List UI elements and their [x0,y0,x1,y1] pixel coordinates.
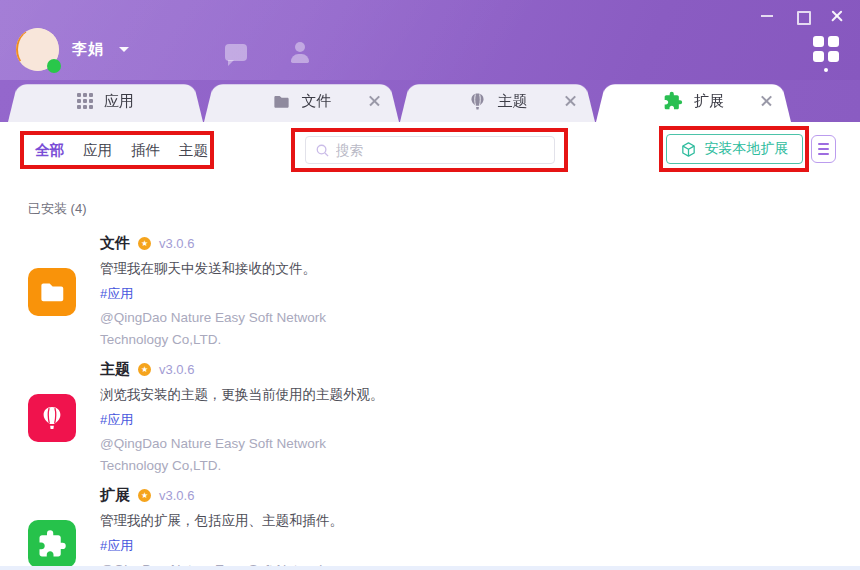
extension-item-extensions[interactable]: 扩展 ★ v3.0.6 管理我的扩展，包括应用、主题和插件。 #应用 @Qing… [28,486,832,570]
app-window: 李娟 应用 文件 [0,0,860,570]
extension-tag-link[interactable]: #应用 [100,285,380,303]
close-icon[interactable] [830,9,844,23]
tab-label: 文件 [302,92,332,111]
extensions-list: 文件 ★ v3.0.6 管理我在聊天中发送和接收的文件。 #应用 @QingDa… [28,234,832,570]
avatar[interactable] [16,28,59,71]
user-info[interactable]: 李娟 [16,28,129,71]
extension-name: 扩展 [100,486,130,505]
puzzle-icon [663,91,683,111]
extension-item-files[interactable]: 文件 ★ v3.0.6 管理我在聊天中发送和接收的文件。 #应用 @QingDa… [28,234,832,350]
extension-name: 主题 [100,360,130,379]
extensions-toolbar: 全部 应用 插件 主题 安装本地扩展 [0,122,860,180]
filter-all[interactable]: 全部 [35,141,64,160]
tab-close-icon[interactable] [564,94,577,107]
grid-dots-icon [77,93,93,109]
verified-badge-icon: ★ [138,237,151,250]
window-controls [760,9,844,23]
filter-themes[interactable]: 主题 [179,141,208,160]
install-button-label: 安装本地扩展 [705,140,789,158]
tab-apps[interactable]: 应用 [8,80,203,122]
verified-badge-icon: ★ [138,489,151,502]
user-name: 李娟 [72,40,104,59]
apps-grid-icon[interactable] [813,36,839,62]
extension-description: 浏览我安装的主题，更换当前使用的主题外观。 [100,386,384,404]
search-icon [315,143,330,158]
tab-label: 主题 [498,92,528,111]
titlebar: 李娟 [0,0,860,80]
minimize-icon[interactable] [760,9,774,23]
search-box[interactable] [305,136,555,164]
extension-author: @QingDao Nature Easy Soft Network Techno… [100,307,380,350]
tab-files[interactable]: 文件 [204,80,399,122]
tab-label: 应用 [104,92,134,111]
tab-close-icon[interactable] [760,94,773,107]
install-local-extension-button[interactable]: 安装本地扩展 [666,134,803,164]
install-annotation-box: 安装本地扩展 [659,126,809,172]
online-status-dot [47,59,61,73]
maximize-icon[interactable] [795,9,809,23]
extension-version: v3.0.6 [159,362,194,377]
extension-tag-link[interactable]: #应用 [100,537,380,555]
filter-plugins[interactable]: 插件 [131,141,160,160]
verified-badge-icon: ★ [138,363,151,376]
hamburger-icon[interactable] [811,135,836,163]
extension-description: 管理我的扩展，包括应用、主题和插件。 [100,512,380,530]
balloon-icon [468,92,487,111]
search-input[interactable] [336,137,551,163]
filter-annotation-box: 全部 应用 插件 主题 [20,131,214,169]
filter-apps[interactable]: 应用 [83,141,112,160]
folder-icon [28,268,76,316]
tab-extensions[interactable]: 扩展 [596,80,791,122]
chevron-down-icon[interactable] [119,47,129,52]
chat-bubble-icon[interactable] [225,44,247,61]
extension-version: v3.0.6 [159,236,194,251]
puzzle-icon [28,520,76,568]
balloon-icon [28,394,76,442]
tab-label: 扩展 [694,92,724,111]
window-bottom-edge [0,566,860,570]
contacts-icon[interactable] [289,42,311,63]
extension-author: @QingDao Nature Easy Soft Network Techno… [100,433,380,476]
apps-grid-indicator-dot [824,68,828,72]
extension-item-theme[interactable]: 主题 ★ v3.0.6 浏览我安装的主题，更换当前使用的主题外观。 #应用 @Q… [28,360,832,476]
search-annotation-box [291,128,568,172]
folder-icon [272,92,291,111]
installed-section-title: 已安装 (4) [28,200,832,218]
extensions-list-panel: 已安装 (4) 文件 ★ v3.0.6 管理我在聊天中发送和接收的文件。 #应用 [0,180,860,570]
extension-tag-link[interactable]: #应用 [100,411,384,429]
tab-theme[interactable]: 主题 [400,80,595,122]
tab-close-icon[interactable] [368,94,381,107]
extension-name: 文件 [100,234,130,253]
tab-bar: 应用 文件 主题 [0,80,860,122]
extension-version: v3.0.6 [159,488,194,503]
package-icon [680,141,697,158]
extension-description: 管理我在聊天中发送和接收的文件。 [100,260,380,278]
